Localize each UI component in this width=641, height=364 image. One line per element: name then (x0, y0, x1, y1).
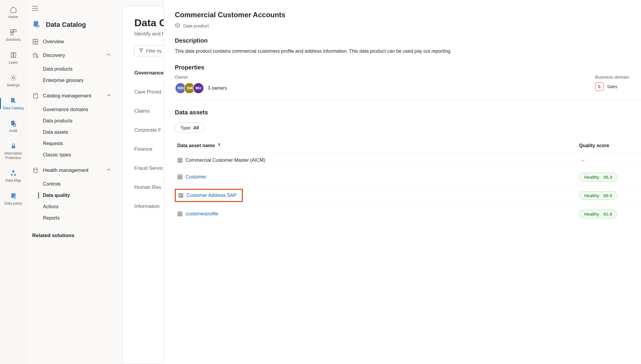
owner-label: Owner (175, 74, 227, 80)
asset-name-link[interactable]: Customer Address SAP (186, 193, 237, 198)
description-text: This data product contains commercial cu… (175, 48, 641, 55)
asset-name: Commercial Customer Master (AICM) (186, 158, 265, 163)
asset-score: -- (579, 158, 585, 163)
svg-point-17 (33, 53, 37, 55)
nav-title: Data Catalog (27, 18, 116, 35)
table-icon (177, 174, 183, 180)
svg-point-15 (36, 25, 40, 28)
asset-table: Data asset name Quality score Commercial… (175, 139, 641, 223)
rail-audit[interactable]: Audit (0, 117, 27, 135)
svg-rect-23 (179, 193, 183, 197)
asset-row-highlighted[interactable]: Customer Address SAP Healthy 89.9 (175, 186, 641, 205)
table-icon (178, 193, 183, 198)
notebook-icon (32, 93, 39, 99)
asset-row[interactable]: Commercial Customer Master (AICM) -- (175, 153, 641, 168)
properties-heading: Properties (175, 64, 641, 71)
svg-rect-8 (12, 146, 15, 148)
asset-name-link[interactable]: Customer (186, 174, 206, 180)
audit-icon (9, 119, 18, 127)
owner-avatars[interactable]: ND SM MU (175, 83, 204, 94)
nav-related-solutions: Related solutions (27, 227, 116, 242)
owner-count: 3 owners (208, 85, 227, 91)
nav-catalog-requests[interactable]: Requests (27, 138, 116, 149)
asset-row[interactable]: Customer Healthy 96.3 (175, 168, 641, 186)
domain-badge: S (595, 83, 603, 91)
chevron-up-icon (107, 93, 111, 99)
detail-panel: Commercial Customer Accounts Data produc… (164, 0, 641, 364)
domain-property: Business domain S Sales (595, 74, 629, 94)
filter-icon (139, 48, 144, 54)
rail-data-catalog[interactable]: Data Catalog (0, 95, 27, 112)
nav-catalog-governance-domains[interactable]: Governance domains (27, 104, 116, 115)
nav-health-reports[interactable]: Reports (27, 212, 116, 224)
rail-home[interactable]: Home (0, 4, 27, 21)
secondary-nav: Data Catalog Overview Discovery Data (27, 0, 116, 364)
product-type: Data product (175, 23, 641, 29)
data-assets-heading: Data assets (175, 109, 641, 116)
lock-icon (9, 142, 18, 150)
nav-health-management[interactable]: Health management (27, 164, 116, 177)
left-rail: Home Solutions Learn Settings Data Catal… (0, 0, 27, 364)
col-header-name[interactable]: Data asset name (177, 143, 579, 148)
book-icon (9, 51, 18, 59)
health-db-icon (32, 167, 39, 174)
table-icon (177, 158, 183, 163)
svg-rect-0 (11, 29, 13, 32)
search-db-icon (32, 52, 39, 59)
svg-rect-2 (11, 32, 13, 35)
grid-icon (32, 38, 39, 45)
product-title: Commercial Customer Accounts (175, 11, 641, 19)
nav-overview[interactable]: Overview (27, 35, 116, 49)
svg-point-5 (13, 101, 16, 103)
asset-name-link[interactable]: customerprofile (186, 211, 218, 217)
asset-row[interactable]: customerprofile Healthy 82.8 (175, 205, 641, 223)
rail-info-protection[interactable]: Information Protection (0, 140, 27, 162)
nav-health-data-quality[interactable]: Data quality (27, 190, 116, 201)
svg-point-20 (34, 168, 37, 170)
catalog-icon (9, 97, 18, 105)
svg-rect-24 (178, 212, 182, 216)
rail-solutions[interactable]: Solutions (0, 26, 27, 43)
svg-rect-19 (34, 94, 38, 98)
nav-discovery-enterprise-glossary[interactable]: Enterprise glossary (27, 75, 116, 86)
filter-by-button[interactable]: Filter by (134, 45, 166, 56)
description-heading: Description (175, 37, 641, 44)
solutions-icon (9, 28, 18, 36)
health-badge: Healthy 89.9 (579, 191, 617, 200)
rail-learn[interactable]: Learn (0, 49, 27, 66)
nav-catalog-data-assets[interactable]: Data assets (27, 127, 116, 138)
nav-health-actions[interactable]: Actions (27, 201, 116, 212)
health-badge: Healthy 96.3 (579, 173, 617, 181)
rail-data-policy[interactable]: Data policy (0, 190, 27, 207)
svg-rect-21 (178, 158, 182, 162)
nav-discovery[interactable]: Discovery (27, 49, 116, 62)
highlight-box: Customer Address SAP (175, 189, 243, 202)
domain-label: Business domain (595, 74, 629, 80)
catalog-icon (32, 20, 42, 29)
chevron-up-icon (107, 52, 111, 58)
rail-data-map[interactable]: Data Map (0, 167, 27, 184)
svg-rect-22 (178, 175, 182, 179)
nav-catalog-classic-types[interactable]: Classic types (27, 149, 116, 161)
policy-icon (9, 192, 18, 200)
col-header-score[interactable]: Quality score (579, 143, 639, 148)
domain-name: Sales (607, 84, 617, 89)
home-icon (9, 5, 18, 14)
nav-health-controls[interactable]: Controls (27, 178, 116, 190)
type-filter-pill[interactable]: Type: All (175, 122, 205, 133)
hamburger-button[interactable] (27, 4, 116, 18)
svg-point-3 (13, 77, 14, 79)
sort-asc-icon (217, 143, 221, 148)
nav-catalog-data-products[interactable]: Data products (27, 115, 116, 127)
health-badge: Healthy 82.8 (579, 210, 617, 218)
chevron-up-icon (107, 167, 111, 173)
package-icon (175, 23, 180, 29)
nav-discovery-data-products[interactable]: Data products (27, 63, 116, 75)
avatar: MU (193, 83, 204, 94)
rail-settings[interactable]: Settings (0, 72, 27, 89)
nav-catalog-management[interactable]: Catalog management (27, 89, 116, 103)
gear-icon (9, 74, 18, 82)
svg-rect-1 (14, 29, 16, 32)
owner-property: Owner ND SM MU 3 owners (175, 74, 227, 94)
data-map-icon (9, 169, 18, 177)
